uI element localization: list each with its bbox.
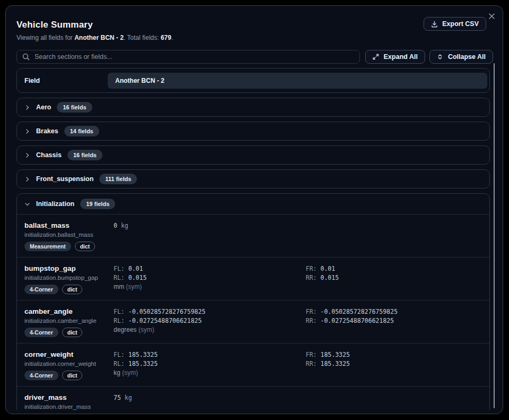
subtitle-total-fields: 679 <box>161 34 171 41</box>
left-corner-values: FL: -0.050285728276759825 RL: -0.0272548… <box>114 307 306 335</box>
field-column-label: Field <box>24 77 108 84</box>
export-csv-label: Export CSV <box>442 20 479 28</box>
value-unit: kg <box>125 394 132 401</box>
section-field-count-badge: 111 fields <box>99 174 137 184</box>
chevron-right-icon <box>24 152 30 158</box>
field-row-camber-angle: camber_angle initialization.camber_angle… <box>17 300 489 343</box>
chevron-down-icon <box>24 201 30 207</box>
section-header-initialization[interactable]: Initialization 19 fields <box>17 194 489 214</box>
field-name: corner_weight <box>24 350 114 358</box>
rl-value: 0.015 <box>128 274 147 281</box>
expand-all-icon <box>373 54 379 60</box>
type-badge: Measurement <box>24 242 71 251</box>
expand-all-button[interactable]: Expand All <box>365 50 425 64</box>
field-info: ballast_mass initialization.ballast_mass… <box>24 221 114 251</box>
subtitle-vehicle-name: Another BCN - 2 <box>74 34 124 41</box>
field-info: bumpstop_gap initialization.bumpstop_gap… <box>24 264 114 294</box>
rr-value: 185.3325 <box>321 360 350 367</box>
fl-value: -0.050285728276759825 <box>128 308 205 315</box>
chevron-right-icon <box>24 128 30 134</box>
field-row-corner-weight: corner_weight initialization.corner_weig… <box>17 343 489 386</box>
subtitle-suffix: . <box>171 34 173 41</box>
vertical-scrollbar[interactable] <box>494 63 495 408</box>
section-field-count-badge: 19 fields <box>80 199 115 209</box>
value: 75 <box>114 394 121 401</box>
rr-label: RR: <box>306 360 317 367</box>
field-name: camber_angle <box>24 307 114 315</box>
right-corner-values: FR: 185.3325 RR: 185.3325 <box>306 350 482 378</box>
rl-value: -0.02725488706621825 <box>128 317 202 324</box>
type-badge: 4-Corner <box>24 371 58 380</box>
field-name: driver_mass <box>24 393 114 401</box>
vehicle-summary-modal: Vehicle Summary Viewing all fields for A… <box>5 5 503 414</box>
fl-value: 0.01 <box>128 265 143 272</box>
type-badge: 4-Corner <box>24 328 58 337</box>
corner-values: FL: 0.01 RL: 0.015 mm (sym) FR: 0.01 RR:… <box>114 264 482 294</box>
section-field-count-badge: 16 fields <box>67 150 102 160</box>
corner-values: FL: 185.3325 RL: 185.3325 kg (sym) FR: 1… <box>114 350 482 380</box>
fr-label: FR: <box>306 308 317 315</box>
rr-value: 0.015 <box>321 274 339 281</box>
vehicle-column-header: Another BCN - 2 <box>108 73 487 89</box>
subtitle-mid: . Total fields: <box>124 34 161 41</box>
unit: kg <box>114 369 120 376</box>
fr-value: -0.050285728276759825 <box>321 308 398 315</box>
section-header-front-suspension[interactable]: Front_suspension 111 fields <box>16 169 490 188</box>
download-icon <box>431 21 438 28</box>
toolbar: Expand All Collapse All <box>16 50 493 64</box>
search-box[interactable] <box>16 50 360 64</box>
value-unit: kg <box>121 222 128 229</box>
shape-badge: dict <box>75 242 96 251</box>
rr-label: RR: <box>306 317 317 324</box>
fl-label: FL: <box>114 308 125 315</box>
chevron-right-icon <box>24 176 30 182</box>
field-info: driver_mass initialization.driver_mass M… <box>24 393 114 410</box>
section-name: Aero <box>36 104 51 111</box>
fl-label: FL: <box>114 265 125 272</box>
field-path: initialization.bumpstop_gap <box>24 275 114 281</box>
unit: degrees <box>114 326 136 333</box>
collapse-all-label: Collapse All <box>448 53 486 61</box>
field-path: initialization.driver_mass <box>24 404 114 410</box>
table-header-row: Field Another BCN - 2 <box>16 68 490 93</box>
section-name: Front_suspension <box>36 175 93 183</box>
collapse-all-button[interactable]: Collapse All <box>429 50 493 64</box>
field-path: initialization.corner_weight <box>24 361 114 367</box>
rl-label: RL: <box>114 317 125 324</box>
section-header-aero[interactable]: Aero 16 fields <box>16 98 490 117</box>
field-row-driver-mass: driver_mass initialization.driver_mass M… <box>17 386 489 410</box>
field-path: initialization.camber_angle <box>24 318 114 324</box>
right-corner-values: FR: -0.050285728276759825 RR: -0.0272548… <box>306 307 482 335</box>
search-input[interactable] <box>34 53 354 61</box>
rr-label: RR: <box>306 274 317 281</box>
page-title: Vehicle Summary <box>16 20 492 30</box>
section-header-chassis[interactable]: Chassis 16 fields <box>16 145 490 165</box>
sym-tag: (sym) <box>122 369 138 376</box>
sym-tag: (sym) <box>126 283 142 290</box>
section-field-count-badge: 14 fields <box>64 126 99 136</box>
right-corner-values: FR: 0.01 RR: 0.015 <box>306 264 482 292</box>
shape-badge: dict <box>62 328 83 337</box>
close-button[interactable] <box>487 12 496 20</box>
field-row-bumpstop-gap: bumpstop_gap initialization.bumpstop_gap… <box>17 257 489 300</box>
rr-value: -0.02725488706621825 <box>321 317 394 324</box>
shape-badge: dict <box>62 285 83 294</box>
value: 0 <box>114 222 117 229</box>
subtitle: Viewing all fields for Another BCN - 2. … <box>16 34 492 41</box>
left-corner-values: FL: 0.01 RL: 0.015 mm (sym) <box>114 264 306 292</box>
chevron-right-icon <box>24 105 30 110</box>
export-csv-button[interactable]: Export CSV <box>424 17 486 31</box>
fr-label: FR: <box>306 265 317 272</box>
field-info: camber_angle initialization.camber_angle… <box>24 307 114 337</box>
field-path: initialization.ballast_mass <box>24 232 114 238</box>
section-name: Initialization <box>36 200 74 208</box>
left-corner-values: FL: 185.3325 RL: 185.3325 kg (sym) <box>114 350 306 378</box>
sections-scroll-area: Field Another BCN - 2 Aero 16 fields Bra… <box>6 68 503 410</box>
section-header-brakes[interactable]: Brakes 14 fields <box>16 122 490 141</box>
unit: mm <box>114 283 124 290</box>
section-name: Brakes <box>36 127 58 135</box>
sym-tag: (sym) <box>139 326 154 333</box>
section-card-initialization: Initialization 19 fields ballast_mass in… <box>16 193 490 410</box>
section-field-count-badge: 16 fields <box>57 102 92 113</box>
expand-all-label: Expand All <box>384 53 418 61</box>
